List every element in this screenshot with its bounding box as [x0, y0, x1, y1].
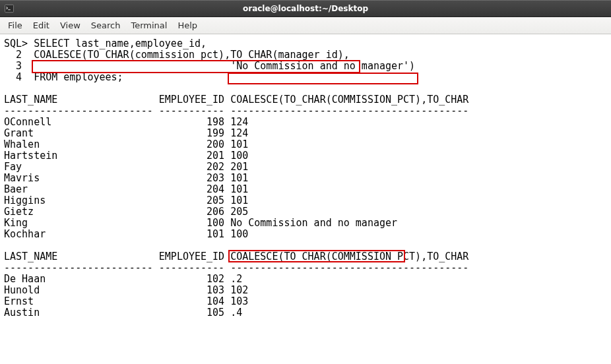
- window-title: oracle@localhost:~/Desktop: [0, 4, 611, 13]
- table-row: OConnell 198 124: [4, 117, 607, 128]
- table-row: Whalen 200 101: [4, 139, 607, 150]
- table-row: Kochhar 101 100: [4, 229, 607, 240]
- table-row: Baer 204 101: [4, 184, 607, 195]
- table-row: Austin 105 .4: [4, 307, 607, 318]
- result-header: LAST_NAME EMPLOYEE_ID COALESCE(TO_CHAR(C…: [4, 251, 607, 262]
- query-line: 3 'No Commission and no manager'): [4, 61, 607, 72]
- blank-line: [4, 240, 607, 251]
- terminal-icon: [4, 3, 15, 14]
- table-row: King 100 No Commission and no manager: [4, 218, 607, 229]
- query-line: 2 COALESCE(TO_CHAR(commission_pct),TO_CH…: [4, 49, 607, 61]
- table-row: Hunold 103 102: [4, 285, 607, 296]
- table-row: Grant 199 124: [4, 128, 607, 139]
- table-row: Higgins 205 101: [4, 195, 607, 206]
- menu-search[interactable]: Search: [86, 18, 126, 32]
- result-separator: ------------------------- ----------- --…: [4, 262, 607, 274]
- menu-help[interactable]: Help: [172, 18, 203, 32]
- query-line: 4 FROM employees;: [4, 72, 607, 83]
- menu-file[interactable]: File: [3, 18, 28, 32]
- table-row: Mavris 203 101: [4, 173, 607, 184]
- svg-rect-0: [5, 5, 13, 12]
- menu-edit[interactable]: Edit: [28, 18, 55, 32]
- terminal-output[interactable]: SQL> SELECT last_name,employee_id, 2 COA…: [0, 34, 611, 364]
- result-separator: ------------------------- ----------- --…: [4, 106, 607, 117]
- table-row: Fay 202 201: [4, 162, 607, 173]
- blank-line: [4, 83, 607, 94]
- table-row: De Haan 102 .2: [4, 274, 607, 285]
- table-row: Gietz 206 205: [4, 206, 607, 218]
- menu-view[interactable]: View: [55, 18, 86, 32]
- window-titlebar: oracle@localhost:~/Desktop: [0, 0, 611, 17]
- query-line: SQL> SELECT last_name,employee_id,: [4, 38, 607, 49]
- menubar: File Edit View Search Terminal Help: [0, 17, 611, 34]
- result-header: LAST_NAME EMPLOYEE_ID COALESCE(TO_CHAR(C…: [4, 94, 607, 106]
- table-row: Ernst 104 103: [4, 296, 607, 307]
- table-row: Hartstein 201 100: [4, 150, 607, 162]
- menu-terminal[interactable]: Terminal: [125, 18, 172, 32]
